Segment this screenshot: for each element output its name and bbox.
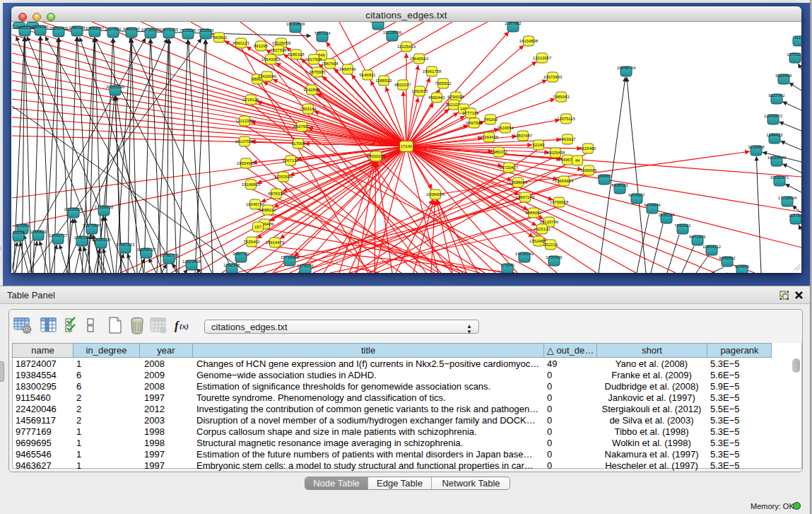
svg-text:8427552: 8427552 [293, 124, 310, 129]
svg-text:20206526: 20206526 [64, 207, 83, 211]
svg-text:19654985: 19654985 [237, 161, 256, 165]
svg-text:3215958: 3215958 [748, 145, 765, 149]
svg-text:6879197: 6879197 [628, 193, 645, 197]
svg-text:20053346: 20053346 [106, 85, 125, 89]
svg-text:9699695: 9699695 [580, 168, 597, 173]
svg-text:30975887: 30975887 [83, 223, 102, 228]
svg-text:6466160: 6466160 [123, 27, 140, 31]
svg-text:15720407: 15720407 [500, 165, 519, 170]
svg-text:16543362: 16543362 [261, 57, 281, 62]
svg-text:116753: 116753 [789, 214, 801, 218]
svg-text:10653267: 10653267 [86, 26, 105, 30]
svg-text:23420046: 23420046 [258, 74, 277, 78]
svg-text:12093872: 12093872 [764, 114, 783, 118]
svg-text:1145194: 1145194 [74, 235, 91, 240]
svg-text:62160: 62160 [533, 143, 545, 147]
svg-text:16107556: 16107556 [235, 139, 254, 144]
svg-text:19384554: 19384554 [426, 192, 445, 197]
svg-text:11353594: 11353594 [274, 175, 293, 179]
svg-text:7515526: 7515526 [180, 28, 196, 33]
svg-text:7625402: 7625402 [243, 240, 260, 244]
svg-text:9827506: 9827506 [270, 48, 287, 52]
svg-text:164095: 164095 [597, 174, 612, 178]
svg-text:9327506: 9327506 [305, 57, 322, 62]
svg-text:16958107: 16958107 [137, 247, 156, 252]
svg-text:10807487: 10807487 [514, 134, 533, 138]
svg-text:17016504: 17016504 [778, 196, 797, 200]
svg-text:15716485: 15716485 [281, 255, 300, 259]
svg-text:7632621: 7632621 [674, 223, 691, 228]
svg-text:6497568: 6497568 [466, 121, 483, 125]
svg-text:18807249: 18807249 [516, 195, 535, 199]
svg-text:7986372: 7986372 [490, 150, 507, 154]
svg-text:16914479: 16914479 [266, 240, 285, 245]
svg-text:9146821: 9146821 [359, 73, 376, 77]
svg-text:746266: 746266 [483, 117, 498, 122]
svg-text:9457791: 9457791 [233, 252, 249, 256]
svg-text:173342: 173342 [500, 263, 515, 267]
svg-text:891295: 891295 [254, 44, 269, 48]
svg-text:9498222: 9498222 [259, 208, 276, 212]
svg-text:1156829: 1156829 [30, 230, 47, 234]
svg-text:8822037: 8822037 [394, 83, 411, 87]
svg-text:917006: 917006 [291, 141, 306, 146]
svg-text:11325419: 11325419 [397, 45, 416, 49]
svg-text:9777169: 9777169 [462, 111, 479, 115]
svg-text:12213389: 12213389 [235, 119, 254, 123]
svg-text:7357224: 7357224 [314, 31, 331, 35]
svg-text:17359928: 17359928 [95, 205, 114, 209]
svg-text:7803144: 7803144 [300, 107, 317, 111]
svg-text:1292346: 1292346 [223, 263, 240, 267]
svg-text:8471676: 8471676 [689, 235, 706, 239]
svg-text:8878332: 8878332 [268, 192, 285, 196]
svg-text:15592971: 15592971 [770, 175, 789, 180]
svg-text:1615132: 1615132 [534, 227, 551, 231]
svg-text:18640910: 18640910 [410, 57, 429, 61]
svg-text:8990443: 8990443 [428, 95, 445, 100]
svg-text:157: 157 [254, 225, 262, 229]
svg-text:9329966: 9329966 [775, 74, 792, 78]
svg-text:9227342: 9227342 [768, 93, 785, 98]
svg-text:10719155: 10719155 [141, 28, 160, 32]
svg-text:17957223: 17957223 [116, 243, 135, 247]
svg-text:1065326: 1065326 [69, 25, 86, 30]
svg-text:9245652: 9245652 [719, 256, 736, 260]
svg-text:12505135: 12505135 [92, 238, 111, 242]
svg-text:1588520: 1588520 [375, 78, 392, 83]
svg-text:12923468: 12923468 [182, 259, 201, 264]
svg-text:16782759: 16782759 [160, 253, 179, 257]
svg-text:7485063: 7485063 [553, 95, 570, 99]
svg-text:2009140: 2009140 [32, 25, 49, 29]
svg-text:1678275: 1678275 [297, 264, 314, 268]
svg-text:20091406: 20091406 [49, 26, 69, 30]
svg-text:9884067: 9884067 [525, 211, 542, 215]
svg-text:8813054: 8813054 [370, 22, 387, 23]
svg-text:19218506: 19218506 [383, 30, 402, 35]
svg-text:2687682: 2687682 [505, 22, 522, 25]
svg-text:1244415: 1244415 [766, 133, 783, 137]
svg-text:9242848: 9242848 [303, 88, 320, 92]
svg-text:10671355: 10671355 [160, 28, 179, 32]
svg-text:18300295: 18300295 [367, 154, 386, 158]
svg-text:1112: 1112 [794, 35, 801, 40]
svg-text:2718126: 2718126 [242, 98, 259, 102]
svg-text:6794028: 6794028 [447, 95, 464, 99]
svg-text:9115460: 9115460 [580, 146, 597, 151]
svg-text:7663822: 7663822 [211, 35, 228, 40]
svg-text:3875685: 3875685 [309, 70, 326, 74]
svg-text:12213967: 12213967 [533, 56, 552, 60]
svg-text:12975115: 12975115 [557, 117, 576, 121]
svg-text:1527602: 1527602 [105, 27, 122, 31]
svg-text:1562615: 1562615 [411, 89, 428, 93]
svg-text:8938923: 8938923 [611, 183, 628, 187]
svg-text:16033809: 16033809 [286, 22, 305, 26]
svg-text:815061: 815061 [16, 223, 30, 228]
svg-text:19756928: 19756928 [550, 200, 569, 204]
svg-text:924565: 924565 [735, 264, 750, 269]
svg-text:10688609: 10688609 [509, 180, 528, 185]
svg-text:10654112: 10654112 [702, 245, 722, 249]
svg-text:19654923: 19654923 [555, 179, 574, 183]
svg-text:2935114: 2935114 [659, 213, 676, 217]
svg-text:16961758: 16961758 [423, 69, 442, 74]
svg-text:10025438: 10025438 [546, 151, 565, 155]
